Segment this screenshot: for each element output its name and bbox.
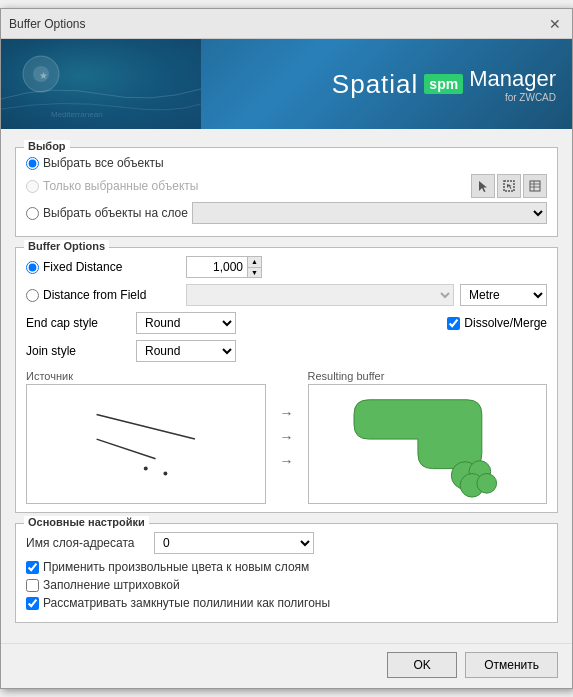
distance-value-input[interactable] bbox=[187, 257, 247, 277]
window-title: Buffer Options bbox=[9, 17, 86, 31]
icon-toolbar bbox=[471, 174, 547, 198]
logo-manager-text: Manager bbox=[469, 66, 556, 91]
by-layer-select[interactable] bbox=[192, 202, 547, 224]
cancel-button[interactable]: Отменить bbox=[465, 652, 558, 678]
svg-rect-5 bbox=[530, 181, 540, 191]
field-select[interactable] bbox=[186, 284, 454, 306]
dissolve-checkbox[interactable] bbox=[447, 317, 460, 330]
main-window: Buffer Options ✕ ★ Mediterranean Spatial… bbox=[0, 8, 573, 689]
apply-colors-checkbox[interactable] bbox=[26, 561, 39, 574]
ok-button[interactable]: OK bbox=[387, 652, 457, 678]
unit-select[interactable]: Metre Feet Kilometres Miles bbox=[460, 284, 547, 306]
end-cap-select[interactable]: Round Flat Square bbox=[136, 312, 236, 334]
close-button[interactable]: ✕ bbox=[546, 15, 564, 33]
svg-text:★: ★ bbox=[39, 70, 48, 81]
spin-up-button[interactable]: ▲ bbox=[248, 257, 261, 268]
join-style-row: Join style Round Mitre Bevel bbox=[26, 340, 547, 362]
preview-area: Источник → → → bbox=[26, 370, 547, 504]
apply-colors-row: Применить произвольные цвета к новым сло… bbox=[26, 560, 547, 574]
basic-settings-group: Основные настройки Имя слоя-адресата 0 П… bbox=[15, 523, 558, 623]
treat-closed-row: Рассматривать замкнутые полилинии как по… bbox=[26, 596, 547, 610]
layer-name-row: Имя слоя-адресата 0 bbox=[26, 532, 547, 554]
all-objects-label[interactable]: Выбрать все объекты bbox=[43, 156, 164, 170]
by-layer-label[interactable]: Выбрать объекты на слое bbox=[43, 206, 188, 220]
header-banner: ★ Mediterranean Spatial spm Manager for … bbox=[1, 39, 572, 129]
svg-line-9 bbox=[97, 415, 195, 440]
fixed-distance-row: Fixed Distance ▲ ▼ bbox=[26, 256, 547, 278]
header-logo: Spatial spm Manager for ZWCAD bbox=[332, 66, 556, 103]
logo-subtitle-text: for ZWCAD bbox=[469, 92, 556, 103]
fill-hatch-checkbox[interactable] bbox=[26, 579, 39, 592]
select-icon-btn-3[interactable] bbox=[523, 174, 547, 198]
source-svg bbox=[27, 385, 265, 503]
fill-hatch-row: Заполнение штриховкой bbox=[26, 578, 547, 592]
select-icon-btn-1[interactable] bbox=[471, 174, 495, 198]
join-style-label: Join style bbox=[26, 344, 136, 358]
result-section: Resulting buffer bbox=[308, 370, 548, 504]
apply-colors-label[interactable]: Применить произвольные цвета к новым сло… bbox=[43, 560, 309, 574]
logo-spatial-text: Spatial bbox=[332, 69, 419, 100]
title-bar: Buffer Options ✕ bbox=[1, 9, 572, 39]
all-objects-radio[interactable] bbox=[26, 157, 39, 170]
result-title: Resulting buffer bbox=[308, 370, 548, 382]
map-decoration-svg: ★ Mediterranean bbox=[1, 39, 201, 129]
selection-group-label: Выбор bbox=[24, 140, 70, 152]
join-style-select[interactable]: Round Mitre Bevel bbox=[136, 340, 236, 362]
distance-from-field-radio[interactable] bbox=[26, 289, 39, 302]
distance-value-input-wrapper: ▲ ▼ bbox=[186, 256, 262, 278]
select-icon-btn-2[interactable] bbox=[497, 174, 521, 198]
svg-point-12 bbox=[163, 472, 167, 476]
arrow-3: → bbox=[280, 453, 294, 469]
table-icon bbox=[528, 179, 542, 193]
source-section: Источник bbox=[26, 370, 266, 504]
svg-text:Mediterranean: Mediterranean bbox=[51, 110, 103, 119]
spin-buttons: ▲ ▼ bbox=[247, 257, 261, 277]
selected-only-label: Только выбранные объекты bbox=[43, 179, 198, 193]
treat-closed-checkbox[interactable] bbox=[26, 597, 39, 610]
result-svg bbox=[309, 385, 547, 503]
selection-group: Выбор Выбрать все объекты Только выбранн… bbox=[15, 147, 558, 237]
all-objects-row: Выбрать все объекты bbox=[26, 156, 547, 170]
end-cap-style-label: End cap style bbox=[26, 316, 136, 330]
end-cap-row: End cap style Round Flat Square Dissolve… bbox=[26, 312, 547, 334]
layer-name-label: Имя слоя-адресата bbox=[26, 536, 146, 550]
fixed-distance-radio[interactable] bbox=[26, 261, 39, 274]
arrow-1: → bbox=[280, 405, 294, 421]
logo-spm-badge: spm bbox=[424, 74, 463, 94]
layer-name-select[interactable]: 0 bbox=[154, 532, 314, 554]
distance-from-field-row: Distance from Field Metre Feet Kilometre… bbox=[26, 284, 547, 306]
dissolve-label[interactable]: Dissolve/Merge bbox=[464, 316, 547, 330]
treat-closed-label[interactable]: Рассматривать замкнутые полилинии как по… bbox=[43, 596, 330, 610]
map-background: ★ Mediterranean bbox=[1, 39, 201, 129]
select-box-icon bbox=[502, 179, 516, 193]
dissolve-row: Dissolve/Merge bbox=[252, 316, 547, 330]
svg-line-10 bbox=[97, 439, 156, 459]
result-preview bbox=[308, 384, 548, 504]
buffer-options-label: Buffer Options bbox=[24, 240, 109, 252]
by-layer-row: Выбрать объекты на слое bbox=[26, 202, 547, 224]
selected-only-radio[interactable] bbox=[26, 180, 39, 193]
buffer-options-group: Buffer Options Fixed Distance ▲ ▼ bbox=[15, 247, 558, 513]
fill-hatch-label[interactable]: Заполнение штриховкой bbox=[43, 578, 180, 592]
arrow-2: → bbox=[280, 429, 294, 445]
svg-point-11 bbox=[144, 467, 148, 471]
spin-down-button[interactable]: ▼ bbox=[248, 268, 261, 278]
distance-from-field-label[interactable]: Distance from Field bbox=[43, 288, 146, 302]
source-preview bbox=[26, 384, 266, 504]
fixed-distance-label[interactable]: Fixed Distance bbox=[43, 260, 122, 274]
selected-only-row: Только выбранные объекты bbox=[26, 174, 547, 198]
source-title: Источник bbox=[26, 370, 266, 382]
svg-point-16 bbox=[476, 474, 496, 494]
basic-settings-label: Основные настройки bbox=[24, 516, 149, 528]
cursor-icon bbox=[476, 179, 490, 193]
arrows-column: → → → bbox=[276, 370, 298, 504]
main-content: Выбор Выбрать все объекты Только выбранн… bbox=[1, 129, 572, 643]
bottom-buttons: OK Отменить bbox=[1, 643, 572, 688]
by-layer-radio[interactable] bbox=[26, 207, 39, 220]
